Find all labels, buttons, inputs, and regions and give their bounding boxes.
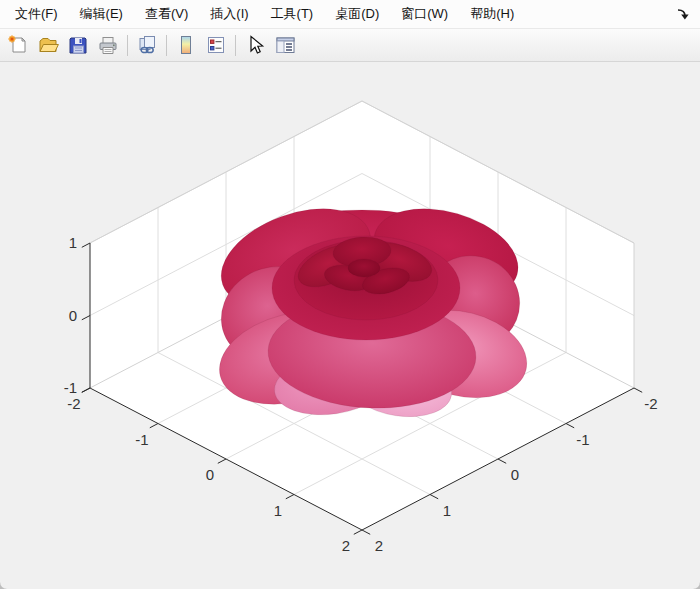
edit-plot-cursor-icon [244, 34, 266, 56]
edit-plot-button[interactable] [240, 31, 270, 59]
colorbar-icon [175, 34, 197, 56]
figure-canvas: -2-1012210-1-210-1 [0, 62, 700, 589]
menu-window[interactable]: 窗口(W) [390, 0, 459, 28]
menu-tools[interactable]: 工具(T) [260, 0, 325, 28]
y-tick-label: -1 [576, 431, 589, 448]
x-tick-label: -1 [135, 431, 148, 448]
menu-view[interactable]: 查看(V) [134, 0, 199, 28]
menu-insert[interactable]: 插入(I) [199, 0, 259, 28]
open-folder-icon [37, 34, 59, 56]
rose-petal [348, 259, 380, 277]
figure-window: 文件(F) 编辑(E) 查看(V) 插入(I) 工具(T) 桌面(D) 窗口(W… [0, 0, 700, 589]
y-tick-label: -2 [644, 395, 657, 412]
new-figure-button[interactable] [3, 31, 33, 59]
toolbar-separator [127, 35, 128, 56]
menu-file[interactable]: 文件(F) [4, 0, 69, 28]
z-tick-label: 0 [69, 307, 77, 324]
y-tick-label: 0 [511, 466, 519, 483]
printer-icon [97, 34, 119, 56]
dock-figure-button[interactable] [676, 7, 690, 21]
y-tick-label: 2 [375, 537, 383, 554]
toolbar-separator [166, 35, 167, 56]
menu-bar: 文件(F) 编辑(E) 查看(V) 插入(I) 工具(T) 桌面(D) 窗口(W… [0, 0, 700, 29]
print-figure-button[interactable] [93, 31, 123, 59]
y-tick-label: 1 [443, 502, 451, 519]
x-tick-label: 0 [206, 466, 214, 483]
open-file-button[interactable] [33, 31, 63, 59]
menu-help[interactable]: 帮助(H) [459, 0, 525, 28]
plot-3d-axes: -2-1012210-1-210-1 [0, 62, 700, 589]
z-tick-label: -1 [64, 379, 77, 396]
menu-edit[interactable]: 编辑(E) [69, 0, 134, 28]
link-plot-icon [136, 34, 158, 56]
dock-arrow-icon [676, 7, 690, 21]
figure-toolbar [0, 29, 700, 62]
toolbar-separator [235, 35, 236, 56]
insert-legend-button[interactable] [201, 31, 231, 59]
plot-browser-icon [274, 34, 296, 56]
new-figure-icon [7, 34, 29, 56]
x-tick-label: 1 [274, 502, 282, 519]
z-tick-label: 1 [69, 234, 77, 251]
plot-browser-button[interactable] [270, 31, 300, 59]
x-tick-label: -2 [67, 395, 80, 412]
menu-desktop[interactable]: 桌面(D) [324, 0, 390, 28]
save-figure-button[interactable] [63, 31, 93, 59]
x-tick-label: 2 [342, 537, 350, 554]
insert-colorbar-button[interactable] [171, 31, 201, 59]
save-floppy-icon [67, 34, 89, 56]
link-plot-button[interactable] [132, 31, 162, 59]
legend-icon [205, 34, 227, 56]
